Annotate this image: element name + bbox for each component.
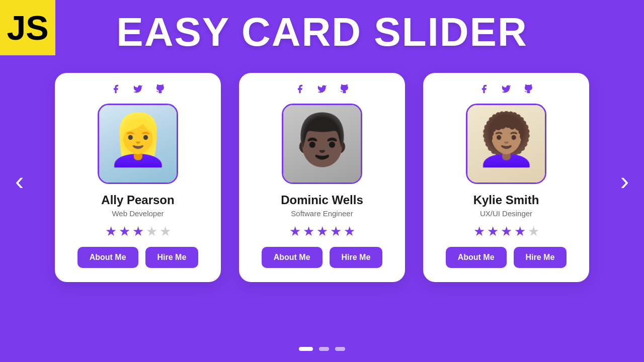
person-role-ally: Web Developer xyxy=(112,209,164,218)
facebook-icon-dominic[interactable] xyxy=(295,84,305,96)
star-5: ★ xyxy=(159,225,171,238)
buttons-dominic: About Me Hire Me xyxy=(262,247,383,268)
buttons-kylie: About Me Hire Me xyxy=(446,247,567,268)
dot-3[interactable] xyxy=(335,347,345,351)
slider-dots xyxy=(0,347,644,351)
github-icon-dominic[interactable] xyxy=(339,84,349,96)
star-2: ★ xyxy=(303,225,314,238)
dot-2[interactable] xyxy=(319,347,329,351)
twitter-icon-kylie[interactable] xyxy=(501,84,511,96)
github-icon-kylie[interactable] xyxy=(523,84,533,96)
person-name-dominic: Dominic Wells xyxy=(281,193,363,207)
dot-1[interactable] xyxy=(299,347,313,351)
person-name-kylie: Kylie Smith xyxy=(473,193,539,207)
cards-container: Ally Pearson Web Developer ★ ★ ★ ★ ★ Abo… xyxy=(0,73,644,282)
avatar-dominic xyxy=(282,104,362,184)
star-3: ★ xyxy=(132,225,144,238)
star-3: ★ xyxy=(316,225,328,238)
star-4: ★ xyxy=(514,225,526,238)
stars-ally: ★ ★ ★ ★ ★ xyxy=(105,225,171,238)
star-2: ★ xyxy=(487,225,499,238)
next-button[interactable]: › xyxy=(611,163,638,199)
star-3: ★ xyxy=(501,225,512,238)
card-ally: Ally Pearson Web Developer ★ ★ ★ ★ ★ Abo… xyxy=(55,73,221,282)
star-5: ★ xyxy=(528,225,539,238)
star-5: ★ xyxy=(344,225,355,238)
github-icon[interactable] xyxy=(155,84,165,96)
twitter-icon-dominic[interactable] xyxy=(317,84,327,96)
avatar-kylie xyxy=(466,104,546,184)
about-me-button-dominic[interactable]: About Me xyxy=(262,247,323,268)
card-kylie: Kylie Smith UX/UI Desinger ★ ★ ★ ★ ★ Abo… xyxy=(423,73,589,282)
social-icons-dominic xyxy=(295,84,349,96)
twitter-icon[interactable] xyxy=(133,84,143,96)
person-role-dominic: Software Engineer xyxy=(291,209,353,218)
star-1: ★ xyxy=(105,225,117,238)
hire-me-button-dominic[interactable]: Hire Me xyxy=(330,247,383,268)
star-1: ★ xyxy=(289,225,301,238)
stars-kylie: ★ ★ ★ ★ ★ xyxy=(473,225,539,238)
stars-dominic: ★ ★ ★ ★ ★ xyxy=(289,225,355,238)
star-1: ★ xyxy=(473,225,485,238)
person-name-ally: Ally Pearson xyxy=(101,193,174,207)
js-logo-text: JS xyxy=(7,8,48,47)
social-icons-ally xyxy=(111,84,165,96)
prev-button[interactable]: ‹ xyxy=(6,163,33,199)
facebook-icon-kylie[interactable] xyxy=(479,84,489,96)
hire-me-button-kylie[interactable]: Hire Me xyxy=(514,247,567,268)
card-dominic: Dominic Wells Software Engineer ★ ★ ★ ★ … xyxy=(239,73,405,282)
star-2: ★ xyxy=(119,225,130,238)
facebook-icon[interactable] xyxy=(111,84,121,96)
buttons-ally: About Me Hire Me xyxy=(77,247,199,268)
js-logo: JS xyxy=(0,0,55,55)
star-4: ★ xyxy=(330,225,342,238)
avatar-ally xyxy=(98,104,178,184)
hire-me-button-ally[interactable]: Hire Me xyxy=(145,247,199,268)
star-4: ★ xyxy=(146,225,157,238)
person-role-kylie: UX/UI Desinger xyxy=(480,209,532,218)
about-me-button-ally[interactable]: About Me xyxy=(77,247,138,268)
page-title: EASY CARD SLIDER xyxy=(0,9,644,55)
about-me-button-kylie[interactable]: About Me xyxy=(446,247,507,268)
social-icons-kylie xyxy=(479,84,533,96)
